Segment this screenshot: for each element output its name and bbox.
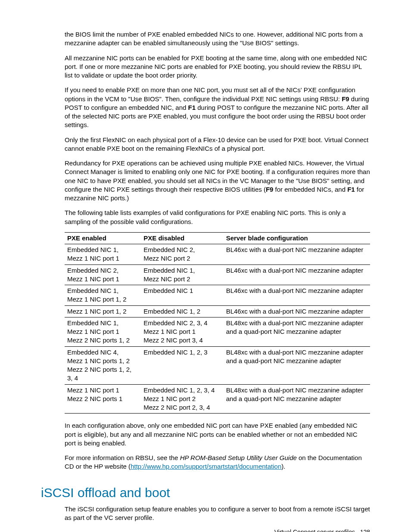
cell-line: Mezz 1 NIC port 1 <box>143 328 196 335</box>
cell-line: Embedded NIC 1, <box>67 287 118 294</box>
cell-line: Embedded NIC 1, 2, 3 <box>143 348 207 356</box>
cell-line: Mezz 1 NIC port 2 <box>143 395 196 402</box>
text-run: ). <box>281 463 285 470</box>
table-row: Embedded NIC 1,Mezz 1 NIC port 1 Embedde… <box>65 244 370 265</box>
cell: BL48xc with a dual-port NIC mezzanine ad… <box>224 346 370 384</box>
cell-line: Mezz NIC port 2 <box>143 275 190 283</box>
cell-line: Mezz 2 NIC ports 1, 2 <box>67 336 130 344</box>
body-content: the BIOS limit the number of PXE enabled… <box>41 30 370 471</box>
cell-line: Mezz 2 NIC ports 1 <box>67 395 122 402</box>
paragraph: The iSCSI configuration setup feature en… <box>65 505 370 523</box>
cell: BL46xc with a dual-port NIC mezzanine ad… <box>224 285 370 306</box>
paragraph: In each configuration above, only one em… <box>65 421 370 448</box>
cell-line: Embedded NIC 1, <box>67 246 118 253</box>
col-header: PXE enabled <box>65 232 141 244</box>
cell-line: Embedded NIC 2, <box>143 246 195 253</box>
cell-line: Mezz 1 NIC port 1, 2 <box>67 296 127 303</box>
cell-line: Embedded NIC 1, 2 <box>143 308 200 315</box>
paragraph: the BIOS limit the number of PXE enabled… <box>65 30 370 48</box>
cell-line: Embedded NIC 2, 3, 4 <box>143 319 207 327</box>
bold-key: F9 <box>266 186 274 193</box>
hp-docs-link[interactable]: http://www.hp.com/support/smartstart/doc… <box>131 463 281 470</box>
paragraph: All mezzanine NIC ports can be enabled f… <box>65 54 370 80</box>
footer-label: Virtual Connect server profiles <box>274 529 355 532</box>
table-row: Mezz 1 NIC port 1Mezz 2 NIC ports 1 Embe… <box>65 384 370 414</box>
cell-line: Mezz 2 NIC ports 1, 2, 3, 4 <box>67 366 131 382</box>
cell-line: Embedded NIC 1, <box>67 319 118 327</box>
bold-key: F1 <box>347 186 355 193</box>
cell-line: Embedded NIC 2, <box>67 267 118 274</box>
cell: BL48xc with a dual-port NIC mezzanine ad… <box>224 317 370 346</box>
config-table: PXE enabled PXE disabled Server blade co… <box>65 232 370 414</box>
cell: BL46xc with a dual-port NIC mezzanine ad… <box>224 305 370 317</box>
text-run: For more information on RBSU, see the <box>65 454 180 461</box>
paragraph: If you need to enable PXE on more than o… <box>65 86 370 129</box>
cell-line: Embedded NIC 1, 2, 3, 4 <box>143 386 215 394</box>
paragraph: Redundancy for PXE operations can be ach… <box>65 159 370 202</box>
cell-line: Embedded NIC 1 <box>143 287 193 294</box>
paragraph: Only the first FlexNIC on each physical … <box>65 136 370 153</box>
cell-line: Mezz 1 NIC port 1 <box>67 275 119 283</box>
cell-line: Mezz 1 NIC port 1 <box>67 328 119 335</box>
cell: BL46xc with a dual-port NIC mezzanine ad… <box>224 264 370 285</box>
cell-line: Mezz NIC port 2 <box>143 255 190 262</box>
text-run: If you need to enable PXE on more than o… <box>65 86 355 102</box>
col-header: Server blade configuration <box>224 232 370 244</box>
cell-line: Mezz 2 NIC port 2, 3, 4 <box>143 404 210 411</box>
document-page: the BIOS limit the number of PXE enabled… <box>0 0 411 532</box>
page-number: 128 <box>360 529 370 532</box>
paragraph: For more information on RBSU, see the HP… <box>65 454 370 471</box>
cell-line: Mezz 1 NIC port 1 <box>67 386 119 394</box>
cell-line: Mezz 1 NIC port 1 <box>67 255 119 262</box>
cell-line: Mezz 1 NIC ports 1, 2 <box>67 357 130 364</box>
text-run: for embedded NICs, and <box>273 186 347 193</box>
page-footer: Virtual Connect server profiles 128 <box>274 528 370 532</box>
bold-key: F1 <box>188 104 196 111</box>
table-row: Embedded NIC 1,Mezz 1 NIC port 1Mezz 2 N… <box>65 317 370 346</box>
bold-key: F9 <box>342 95 349 103</box>
doc-title-italic: HP ROM-Based Setup Utility User Guide <box>180 454 297 461</box>
cell: BL48xc with a dual-port NIC mezzanine ad… <box>224 384 370 414</box>
table-row: Mezz 1 NIC port 1, 2 Embedded NIC 1, 2 B… <box>65 305 370 317</box>
cell-line: Embedded NIC 1, <box>143 267 195 274</box>
table-row: Embedded NIC 4,Mezz 1 NIC ports 1, 2Mezz… <box>65 346 370 384</box>
cell-line: Embedded NIC 4, <box>67 348 118 356</box>
table-row: Embedded NIC 1,Mezz 1 NIC port 1, 2 Embe… <box>65 285 370 306</box>
col-header: PXE disabled <box>141 232 223 244</box>
section-heading: iSCSI offload and boot <box>41 484 370 502</box>
table-header-row: PXE enabled PXE disabled Server blade co… <box>65 232 370 244</box>
cell-line: Mezz 1 NIC port 1, 2 <box>67 308 127 315</box>
cell-line: Mezz 2 NIC port 3, 4 <box>143 336 203 344</box>
table-row: Embedded NIC 2,Mezz 1 NIC port 1 Embedde… <box>65 264 370 285</box>
body-content: The iSCSI configuration setup feature en… <box>41 505 370 523</box>
cell: BL46xc with a dual-port NIC mezzanine ad… <box>224 244 370 265</box>
paragraph: The following table lists examples of va… <box>65 208 370 226</box>
